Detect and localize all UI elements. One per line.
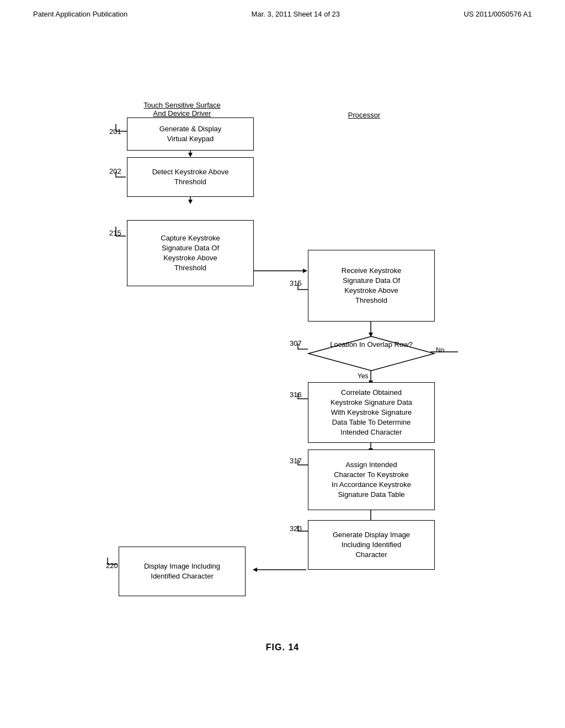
box-201: Generate & Display Virtual Keypad: [127, 117, 254, 151]
fig-caption: FIG. 14: [266, 643, 299, 652]
box-315-text: Receive Keystroke Signature Data Of Keys…: [342, 266, 401, 306]
svg-marker-1: [188, 153, 193, 157]
header-right: US 2011/0050576 A1: [463, 10, 532, 18]
box-202: Detect Keystroke Above Threshold: [127, 157, 254, 197]
step-320-num: 320: [290, 524, 302, 533]
flowchart-arrows: [0, 29, 565, 669]
svg-marker-5: [303, 269, 307, 273]
step-315-num: 315: [290, 279, 302, 287]
box-316-text: Correlate Obtained Keystroke Signature D…: [331, 388, 412, 438]
step-201-num: 201: [109, 127, 121, 136]
yes-label: Yes: [358, 372, 369, 380]
header-middle: Mar. 3, 2011 Sheet 14 of 23: [252, 10, 340, 18]
left-column-label: Touch Sensitive Surface And Device Drive…: [127, 101, 237, 117]
svg-marker-3: [188, 200, 193, 204]
right-column-label: Processor: [309, 111, 419, 119]
step-307-num: 307: [290, 339, 302, 347]
box-220: Display Image Including Identified Chara…: [119, 547, 246, 596]
box-316: Correlate Obtained Keystroke Signature D…: [308, 382, 435, 443]
box-220-text: Display Image Including Identified Chara…: [144, 561, 220, 581]
box-320: Generate Display Image Including Identif…: [308, 520, 435, 570]
step-316-num: 316: [290, 390, 302, 399]
diagram-area: Touch Sensitive Surface And Device Drive…: [0, 29, 565, 669]
box-320-text: Generate Display Image Including Identif…: [333, 530, 410, 560]
box-215: Capture Keystroke Signature Data Of Keys…: [127, 220, 254, 286]
box-201-text: Generate & Display Virtual Keypad: [159, 124, 222, 144]
box-317-text: Assign Intended Character To Keystroke I…: [332, 460, 411, 500]
no-label: No: [436, 346, 444, 354]
svg-marker-16: [253, 568, 257, 572]
step-317-num: 317: [290, 457, 302, 465]
box-315: Receive Keystroke Signature Data Of Keys…: [308, 250, 435, 322]
box-317: Assign Intended Character To Keystroke I…: [308, 449, 435, 510]
step-202-num: 202: [109, 167, 121, 175]
step-215-num: 215: [109, 229, 121, 237]
header-left: Patent Application Publication: [33, 10, 127, 18]
box-215-text: Capture Keystroke Signature Data Of Keys…: [161, 233, 220, 274]
page-header: Patent Application Publication Mar. 3, 2…: [0, 0, 565, 18]
step-220-num: 220: [106, 561, 118, 570]
diamond-307: Location In Overlap Row?: [306, 335, 436, 372]
box-202-text: Detect Keystroke Above Threshold: [152, 167, 229, 187]
